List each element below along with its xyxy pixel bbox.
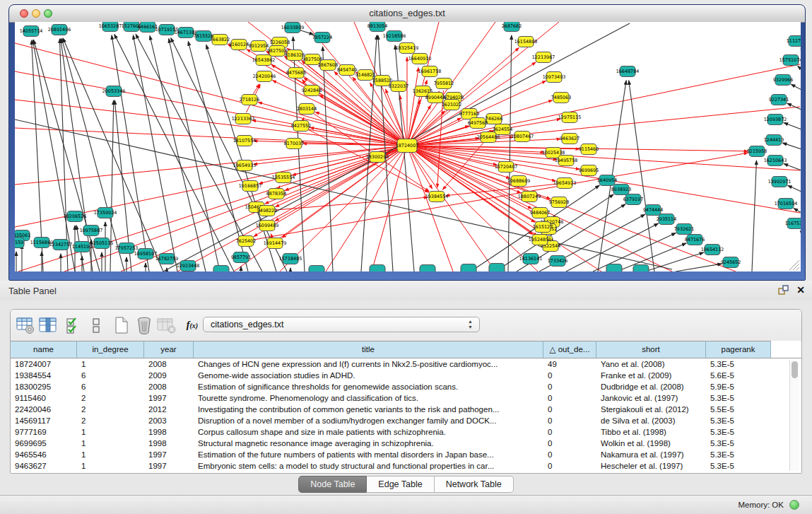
table-cell[interactable]: 0 [543, 370, 596, 381]
edge[interactable] [508, 35, 512, 271]
table-row[interactable]: 1830029562008Estimation of significance … [11, 381, 801, 392]
checklist-button[interactable] [63, 315, 84, 336]
edge[interactable] [395, 45, 414, 271]
edge[interactable] [33, 40, 75, 271]
node[interactable]: 2935114 [657, 214, 676, 225]
column-header-name[interactable]: name [11, 341, 77, 358]
selected-node[interactable]: 18107554 [233, 136, 257, 146]
selected-node[interactable]: 10973493 [543, 72, 566, 83]
selected-node[interactable]: 9463627 [560, 134, 579, 144]
table-cell[interactable]: 6 [77, 370, 144, 381]
table-cell[interactable]: 0 [543, 415, 596, 426]
selected-edge[interactable] [408, 68, 418, 139]
node[interactable]: 9329966 [773, 75, 793, 86]
node[interactable]: 20891406 [48, 25, 71, 35]
table-cell[interactable]: 1998 [144, 426, 194, 438]
node[interactable]: 12923448 [177, 261, 200, 271]
table-cell[interactable]: 0 [543, 438, 596, 449]
table-cell[interactable]: 1998 [144, 438, 194, 449]
selected-edge[interactable] [413, 148, 736, 271]
node[interactable]: 6379197 [623, 194, 643, 205]
table-cell[interactable]: 1 [77, 426, 144, 438]
selected-node[interactable]: 7485063 [551, 93, 571, 103]
column-header-in_degree[interactable]: in_degree [77, 341, 144, 358]
selected-node[interactable]: 9756928 [549, 197, 569, 208]
node[interactable]: 10654112 [701, 245, 724, 255]
table-cell[interactable]: Wolkin et al. (1998) [596, 438, 706, 449]
table-row[interactable]: 1938455462009Genome-wide association stu… [11, 370, 801, 381]
selected-edge[interactable] [414, 64, 800, 144]
table-selector-dropdown[interactable]: citations_edges.txt ▲▼ [203, 317, 480, 332]
delete-column-button[interactable] [134, 315, 155, 336]
selected-node[interactable]: 9699695 [579, 165, 599, 176]
edge[interactable] [788, 185, 801, 192]
table-cell[interactable]: 5.3E-5 [706, 358, 771, 370]
table-cell[interactable]: Dudbridge et al. (2008) [596, 381, 706, 392]
table-cell[interactable]: 0 [543, 426, 596, 438]
edge[interactable] [800, 231, 801, 233]
node[interactable]: 17359924 [94, 208, 117, 218]
table-cell[interactable]: 5.5E-5 [706, 404, 771, 415]
column-header-out_de[interactable]: △ out_de... [543, 341, 596, 358]
table-row[interactable]: 1872400712008Changes of HCN gene express… [11, 358, 801, 370]
node[interactable]: 1167533 [785, 218, 801, 229]
edge[interactable] [676, 264, 722, 271]
table-cell[interactable]: 2 [77, 392, 144, 404]
edge[interactable] [150, 36, 206, 271]
new-column-button[interactable] [111, 315, 132, 336]
node[interactable] [213, 266, 229, 272]
table-cell[interactable]: 5.6E-5 [706, 370, 771, 381]
selected-node[interactable]: 6497568 [468, 118, 488, 129]
table-cell[interactable]: Nakamura et al. (1997) [596, 449, 706, 460]
selected-node[interactable]: 16914479 [264, 238, 287, 249]
table-cell[interactable]: 6 [77, 381, 144, 392]
selected-node[interactable]: 746266 [486, 114, 502, 124]
table-cell[interactable]: 49 [543, 358, 596, 370]
edge[interactable] [787, 103, 801, 110]
float-panel-icon[interactable] [777, 284, 789, 296]
table-cell[interactable]: 2 [77, 404, 144, 415]
node[interactable]: 16210643 [764, 156, 787, 166]
table-row[interactable]: 911546021997Tourette syndrome. Phenomeno… [11, 392, 801, 404]
node[interactable]: 19218586 [383, 31, 406, 42]
table-row[interactable]: 1456911722003Disruption of a novel membe… [11, 415, 801, 426]
table-cell[interactable]: 2003 [144, 415, 194, 426]
selected-node[interactable]: 1615127 [533, 222, 553, 233]
column-header-pagerank[interactable]: pagerank [706, 341, 771, 358]
table-cell[interactable]: Hescheler et al. (1997) [596, 460, 706, 472]
table-cell[interactable]: Embryonic stem cells: a model to study s… [194, 460, 543, 472]
selected-node[interactable]: 9115460 [579, 144, 599, 155]
selected-node[interactable]: 2718126 [240, 95, 259, 105]
table-cell[interactable]: Yano et al. (2008) [596, 358, 706, 370]
window-titlebar[interactable]: citations_edges.txt [9, 5, 805, 23]
selected-node[interactable]: 8454749 [337, 65, 357, 76]
edge[interactable] [784, 123, 801, 129]
node[interactable]: 1112747 [787, 36, 801, 47]
node[interactable]: 9474444 [643, 205, 663, 216]
table-cell[interactable]: 5.3E-5 [706, 438, 771, 449]
table-cell[interactable]: 1997 [144, 460, 194, 472]
selected-node[interactable]: 8878354 [266, 189, 286, 199]
selected-edge[interactable] [15, 146, 400, 185]
node[interactable]: 1244413 [764, 135, 784, 146]
selected-node[interactable]: 16961758 [418, 66, 442, 77]
table-cell[interactable]: 1997 [144, 449, 194, 460]
table-cell[interactable]: Franke et al. (2009) [596, 370, 706, 381]
selected-edge[interactable] [414, 146, 800, 170]
node[interactable]: 14055714 [20, 26, 43, 37]
node[interactable]: 7815526 [194, 31, 213, 42]
selected-edge[interactable] [413, 118, 461, 143]
selected-node[interactable]: 16640910 [408, 54, 432, 64]
selected-node[interactable]: 8475685 [286, 68, 306, 78]
table-row[interactable]: 2242004622012Investigating the contribut… [11, 404, 801, 415]
selected-node[interactable]: 1621022 [442, 100, 461, 110]
table-cell[interactable]: Tibbo et al. (1998) [596, 426, 706, 438]
node[interactable]: 7932621 [674, 224, 694, 235]
selected-node[interactable]: 7625402 [236, 236, 256, 247]
selected-edge[interactable] [372, 153, 405, 271]
edge[interactable] [112, 35, 149, 271]
column-visibility-button[interactable] [37, 315, 59, 336]
selected-node[interactable]: 8322037 [389, 81, 408, 92]
selected-node[interactable]: 9484067 [530, 208, 550, 218]
network-canvas[interactable]: 1872400718300295193845547663822916012489… [15, 22, 801, 271]
